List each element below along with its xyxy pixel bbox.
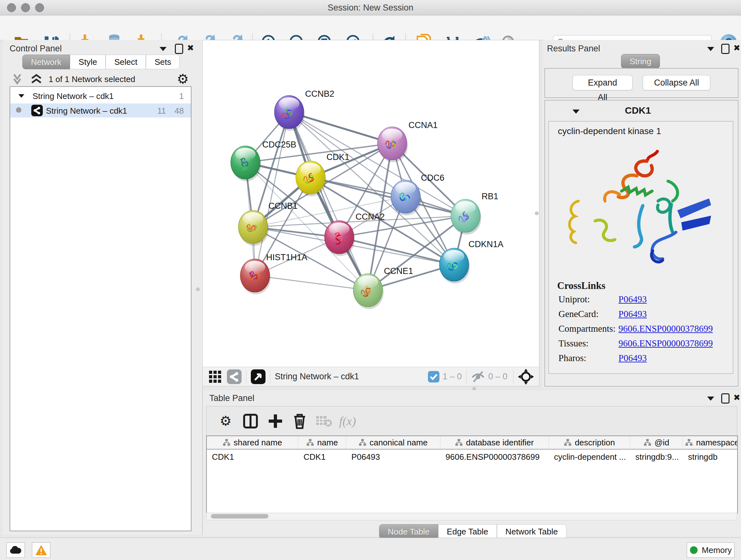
crosslink-value-link[interactable]: 9606.ENSP00000378699 [618, 323, 713, 334]
table-cell: CDK1 [298, 449, 346, 464]
column-header-label: database identifier [466, 438, 534, 448]
show-columns-icon[interactable] [241, 412, 260, 431]
hidden-eye-icon[interactable] [471, 370, 485, 384]
cloud-icon [9, 545, 22, 555]
collection-expander-icon[interactable] [18, 94, 24, 98]
entry-description: cyclin-dependent kinase 1 [558, 126, 661, 136]
column-type-icon [564, 439, 571, 446]
crosslink-value-link[interactable]: P06493 [618, 294, 647, 305]
column-header-description[interactable]: description [549, 436, 630, 449]
network-edge-HIST1H1A-CCNE1[interactable] [255, 275, 368, 290]
crosslink-label: GeneCard: [558, 309, 599, 319]
crosslink-value-link[interactable]: P06493 [618, 309, 647, 319]
column-header-name[interactable]: name [298, 436, 346, 449]
birds-eye-view-icon[interactable] [251, 369, 266, 384]
control-panel-menu-icon[interactable] [159, 47, 166, 51]
results-panel-menu-icon[interactable] [707, 47, 714, 51]
delete-column-icon[interactable] [290, 412, 309, 431]
node-label-RB1: RB1 [482, 192, 498, 201]
network-node-CCNB2[interactable]: CCNB2 [274, 89, 334, 131]
network-node-CDKN1A[interactable]: CDKN1A [440, 240, 503, 284]
table-body: CDK1CDK1P064939606.ENSP00000378699cyclin… [207, 449, 737, 464]
crosslink-row: Pharos:P06493 [549, 353, 733, 368]
collapse-all-button[interactable]: Collapse All [643, 75, 711, 90]
results-buttons-box: Expand All Collapse All [544, 68, 738, 98]
control-panel-close-icon[interactable]: ✖ [187, 44, 194, 52]
network-node-CCNB1[interactable]: CCNB1 [239, 201, 298, 246]
network-options-gear-icon[interactable]: ⚙ [177, 72, 189, 86]
tab-style[interactable]: Style [70, 55, 106, 69]
column-type-icon [307, 439, 314, 446]
splitter-handle[interactable] [535, 211, 539, 215]
function-builder-icon[interactable]: f(x) [338, 412, 357, 431]
column-type-icon [359, 439, 366, 446]
navigator-crosshair-icon[interactable] [518, 369, 534, 385]
node-label-HIST1H1A: HIST1H1A [266, 253, 307, 262]
control-panel: Control Panel ✖ NetworkStyleSelectSets 1… [3, 40, 203, 535]
tab-network[interactable]: Network [22, 55, 70, 69]
column-header-database-identifier[interactable]: database identifier [441, 436, 549, 449]
column-header-canonical-name[interactable]: canonical name [346, 436, 441, 449]
table-panel-float-icon[interactable] [721, 393, 730, 403]
results-panel-float-icon[interactable] [721, 44, 730, 54]
grid-view-icon[interactable] [208, 369, 223, 384]
tab-select[interactable]: Select [106, 55, 146, 69]
network-node-HIST1H1A[interactable]: HIST1H1A [240, 253, 307, 294]
protein-structure-image [558, 144, 724, 272]
column-header-namespace[interactable]: namespace [683, 436, 738, 449]
selected-checkbox-icon[interactable] [428, 371, 440, 382]
current-network-dot-icon [16, 107, 21, 113]
entry-body: cyclin-dependent kinase 1 [548, 121, 733, 374]
entry-expander-icon[interactable] [572, 110, 580, 114]
tab-network-table[interactable]: Network Table [497, 524, 566, 539]
warning-button[interactable] [32, 543, 51, 558]
tab-node-table[interactable]: Node Table [379, 524, 438, 539]
network-node-count: 11 [157, 106, 166, 116]
network-node-CCNE1[interactable]: CCNE1 [353, 266, 413, 309]
network-node-CCNA1[interactable]: CCNA1 [378, 120, 438, 162]
network-row-label: String Network – cdk1 [46, 106, 127, 116]
network-node-RB1[interactable]: RB1 [451, 192, 498, 235]
node-label-CDC6: CDC6 [421, 173, 445, 183]
delete-table-icon[interactable] [314, 412, 333, 431]
table-panel-menu-icon[interactable] [707, 396, 714, 401]
network-collection-row[interactable]: String Network – cdk1 1 [10, 89, 191, 104]
share-view-icon[interactable] [227, 369, 242, 384]
crosslink-value-link[interactable]: 9606.ENSP00000378699 [618, 338, 713, 349]
network-edge-CCNB2-CCNE1[interactable] [289, 112, 368, 290]
tab-edge-table[interactable]: Edge Table [438, 524, 497, 539]
add-column-icon[interactable] [266, 412, 285, 431]
crosslink-row: Uniprot:P06493 [549, 294, 733, 309]
scrollbar-thumb[interactable] [211, 514, 268, 518]
table-row[interactable]: CDK1CDK1P064939606.ENSP00000378699cyclin… [207, 449, 737, 464]
memory-button[interactable]: Memory [687, 543, 735, 558]
tab-string[interactable]: String [621, 54, 660, 69]
table-toolbar: ⚙ f(x) [206, 406, 737, 436]
table-tabs: Node TableEdge TableNetwork Table [379, 524, 566, 539]
results-panel-close-icon[interactable]: ✖ [733, 44, 740, 52]
column-header-label: canonical name [369, 438, 428, 448]
table-options-gear-icon[interactable]: ⚙ [216, 412, 235, 431]
network-canvas[interactable]: CCNB2CCNA1CDC25BCDK1CDC6RB1CCNB1CCNA2CDK… [203, 40, 538, 367]
crosslink-row: GeneCard:P06493 [549, 309, 733, 323]
splitter-handle[interactable] [196, 287, 200, 291]
tab-sets[interactable]: Sets [146, 55, 180, 69]
crosslink-row: Tissues:9606.ENSP00000378699 [549, 338, 733, 353]
control-panel-float-icon[interactable] [175, 44, 183, 54]
network-row-selected[interactable]: String Network – cdk1 11 48 [10, 104, 191, 118]
node-label-CCNB1: CCNB1 [268, 201, 298, 211]
window-title: Session: New Session [0, 3, 741, 13]
column-header-label: description [575, 438, 615, 448]
results-tabs: String [621, 54, 660, 69]
node-table[interactable]: shared namenamecanonical namedatabase id… [206, 435, 738, 513]
column-header-@id[interactable]: @id [630, 436, 683, 449]
column-header-shared-name[interactable]: shared name [207, 436, 298, 449]
cloud-button[interactable] [6, 543, 25, 558]
expand-all-button[interactable]: Expand All [572, 75, 632, 90]
table-horizontal-scrollbar[interactable] [206, 513, 737, 520]
table-panel-close-icon[interactable]: ✖ [733, 393, 740, 401]
crosslink-value-link[interactable]: P06493 [618, 353, 647, 363]
window-titlebar: Session: New Session [0, 0, 741, 15]
network-view-panel: CCNB2CCNA1CDC25BCDK1CDC6RB1CCNB1CCNA2CDK… [202, 40, 539, 386]
network-edge-CDK1-RB1[interactable] [311, 178, 466, 216]
